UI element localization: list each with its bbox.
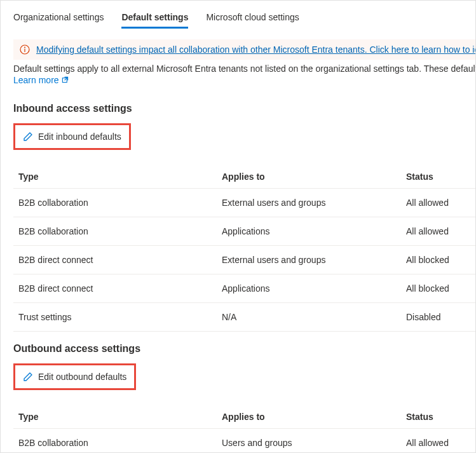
cell-type: Trust settings [18, 312, 222, 322]
cell-status: All allowed [406, 438, 470, 448]
inbound-section-title: Inbound access settings [13, 103, 475, 114]
tab-organizational-settings[interactable]: Organizational settings [13, 8, 104, 29]
pencil-icon [23, 372, 33, 382]
external-link-icon [62, 76, 69, 85]
cell-type: B2B direct connect [18, 255, 222, 265]
edit-inbound-label: Edit inbound defaults [38, 132, 121, 142]
header-status[interactable]: Status [406, 172, 470, 182]
inbound-section: Inbound access settings Edit inbound def… [13, 103, 475, 332]
learn-more-link[interactable]: Learn more [13, 75, 69, 85]
table-row: B2B direct connect External users and gr… [13, 246, 475, 274]
edit-inbound-defaults-button[interactable]: Edit inbound defaults [13, 123, 131, 150]
cell-status: All allowed [406, 198, 470, 208]
cell-applies-to: Applications [222, 226, 406, 236]
cell-status: Disabled [406, 312, 470, 322]
cell-status: All blocked [406, 255, 470, 265]
cell-applies-to: Users and groups [222, 438, 406, 448]
cell-type: B2B collaboration [18, 438, 222, 448]
table-row: Trust settings N/A Disabled [13, 303, 475, 332]
info-banner-link[interactable]: Modifying default settings impact all co… [36, 44, 475, 55]
edit-outbound-label: Edit outbound defaults [38, 372, 126, 382]
outbound-section: Outbound access settings Edit outbound d… [13, 343, 475, 453]
cell-type: B2B direct connect [18, 283, 222, 294]
info-icon [20, 44, 30, 55]
header-applies-to[interactable]: Applies to [222, 412, 406, 422]
cell-status: All blocked [406, 283, 470, 294]
svg-line-4 [64, 77, 67, 80]
header-type[interactable]: Type [18, 412, 222, 422]
info-banner: Modifying default settings impact all co… [13, 39, 475, 60]
table-row: B2B collaboration Users and groups All a… [13, 429, 475, 453]
outbound-section-title: Outbound access settings [13, 343, 475, 355]
pencil-icon [23, 132, 33, 142]
description-text: Default settings apply to all external M… [13, 64, 475, 74]
table-row: B2B collaboration Applications All allow… [13, 217, 475, 246]
outbound-table: Type Applies to Status B2B collaboration… [13, 405, 475, 453]
cell-applies-to: External users and groups [222, 198, 406, 208]
cell-applies-to: External users and groups [222, 255, 406, 265]
header-applies-to[interactable]: Applies to [222, 172, 406, 182]
cell-type: B2B collaboration [18, 198, 222, 208]
cell-applies-to: Applications [222, 283, 406, 294]
header-status[interactable]: Status [406, 412, 470, 422]
table-header: Type Applies to Status [13, 405, 475, 429]
tab-default-settings[interactable]: Default settings [121, 8, 188, 29]
inbound-table: Type Applies to Status B2B collaboration… [13, 165, 475, 332]
cell-type: B2B collaboration [18, 226, 222, 236]
learn-more-label: Learn more [13, 75, 59, 85]
tab-microsoft-cloud-settings[interactable]: Microsoft cloud settings [206, 8, 299, 29]
tab-bar: Organizational settings Default settings… [1, 1, 475, 29]
cell-applies-to: N/A [222, 312, 406, 322]
edit-outbound-defaults-button[interactable]: Edit outbound defaults [13, 363, 136, 390]
table-header: Type Applies to Status [13, 165, 475, 189]
table-row: B2B direct connect Applications All bloc… [13, 274, 475, 303]
header-type[interactable]: Type [18, 172, 222, 182]
cell-status: All allowed [406, 226, 470, 236]
table-row: B2B collaboration External users and gro… [13, 189, 475, 217]
